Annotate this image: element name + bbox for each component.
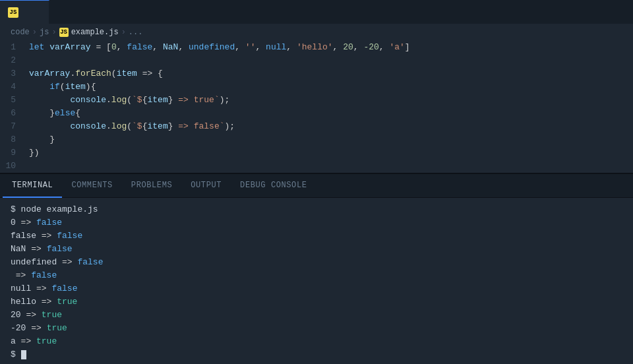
code-text: } xyxy=(26,133,55,146)
terminal-output-line: false => false xyxy=(11,229,622,243)
breadcrumb-filename: example.js xyxy=(71,28,119,37)
code-line: 4 if(item){ xyxy=(0,80,633,94)
terminal-panel[interactable]: $ node example.js0 => falsefalse => fals… xyxy=(0,198,633,364)
line-number: 9 xyxy=(0,146,26,160)
terminal-output-line: 0 => false xyxy=(11,216,622,229)
terminal-output-line: null => false xyxy=(11,282,622,295)
breadcrumb-js-badge: JS xyxy=(59,28,69,37)
code-text: if(item){ xyxy=(26,80,96,94)
line-number: 5 xyxy=(0,94,26,107)
code-text: }) xyxy=(26,146,40,160)
code-line: 5 console.log(`${item} => true`); xyxy=(0,94,633,107)
line-number: 8 xyxy=(0,133,26,146)
line-number: 2 xyxy=(0,54,26,67)
panel-tab-debug-console[interactable]: DEBUG CONSOLE xyxy=(231,174,316,198)
terminal-command: $ node example.js xyxy=(11,203,622,216)
breadcrumb-js: js xyxy=(40,28,49,37)
breadcrumb: code › js › JS example.js › ... xyxy=(0,24,633,41)
line-number: 6 xyxy=(0,107,26,120)
breadcrumb-code: code xyxy=(11,28,30,37)
code-line: 3varArray.forEach(item => { xyxy=(0,67,633,80)
terminal-output-line: a => true xyxy=(11,335,622,348)
code-line: 9}) xyxy=(0,146,633,160)
terminal-output-line: NaN => false xyxy=(11,243,622,256)
breadcrumb-sep-2: › xyxy=(51,28,56,37)
code-editor: 1let varArray = [0, false, NaN, undefine… xyxy=(0,41,633,173)
terminal-prompt-line: $ xyxy=(11,348,622,361)
line-number: 3 xyxy=(0,67,26,80)
line-number: 4 xyxy=(0,80,26,94)
editor-tab[interactable]: JS xyxy=(0,0,49,24)
panel-tab-problems[interactable]: PROBLEMS xyxy=(122,174,181,198)
panel-tabs: TERMINALCOMMENTSPROBLEMSOUTPUTDEBUG CONS… xyxy=(0,173,633,197)
breadcrumb-sep-3: › xyxy=(121,28,126,37)
terminal-output-line: => false xyxy=(11,269,622,282)
code-text: let varArray = [0, false, NaN, undefined… xyxy=(26,41,410,54)
line-number: 10 xyxy=(0,160,26,173)
panel-tab-output[interactable]: OUTPUT xyxy=(181,174,231,198)
tab-close-button[interactable] xyxy=(30,7,41,18)
breadcrumb-sep-1: › xyxy=(32,28,37,37)
code-line: 8 } xyxy=(0,133,633,146)
tab-bar: JS xyxy=(0,0,633,24)
breadcrumb-ellipsis: ... xyxy=(129,28,143,37)
code-text: console.log(`${item} => true`); xyxy=(26,94,229,107)
code-line: 6 }else{ xyxy=(0,107,633,120)
code-line: 7 console.log(`${item} => false`); xyxy=(0,120,633,133)
terminal-output-line: undefined => false xyxy=(11,256,622,269)
terminal-output-line: 20 => true xyxy=(11,309,622,322)
code-line: 1let varArray = [0, false, NaN, undefine… xyxy=(0,41,633,54)
panel-tab-terminal[interactable]: TERMINAL xyxy=(3,174,62,198)
code-line: 2 xyxy=(0,54,633,67)
code-text: varArray.forEach(item => { xyxy=(26,67,163,80)
line-number: 7 xyxy=(0,120,26,133)
code-text: console.log(`${item} => false`); xyxy=(26,120,235,133)
js-file-icon: JS xyxy=(8,7,18,18)
code-line: 10 xyxy=(0,160,633,173)
line-number: 1 xyxy=(0,41,26,54)
panel-tab-comments[interactable]: COMMENTS xyxy=(62,174,121,198)
terminal-output-line: -20 => true xyxy=(11,322,622,335)
code-text: }else{ xyxy=(26,107,80,120)
terminal-output-line: hello => true xyxy=(11,295,622,309)
terminal-cursor xyxy=(21,350,26,359)
